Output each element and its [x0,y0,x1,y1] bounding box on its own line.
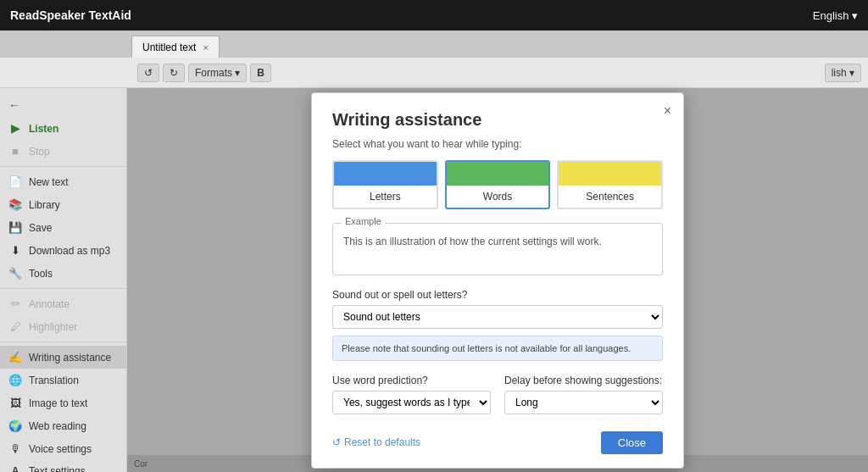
sidebar: ← ▶ Listen ■ Stop 📄 New text 📚 Library 💾… [0,88,127,472]
sentences-bar [559,162,661,186]
sidebar-label-voice-settings: Voice settings [29,443,92,455]
prediction-select[interactable]: Yes, suggest words as I type No [332,391,491,414]
sidebar-item-annotate: ✏ Annotate [0,292,126,315]
sidebar-item-library[interactable]: 📚 Library [0,193,126,216]
toolbar: ↺ ↻ Formats ▾ B lish ▾ [0,58,868,88]
sidebar-item-listen[interactable]: ▶ Listen [0,117,126,140]
option-card-sentences[interactable]: Sentences [557,160,663,209]
undo-button[interactable]: ↺ [137,64,159,82]
main-layout: ← ▶ Listen ■ Stop 📄 New text 📚 Library 💾… [0,88,868,472]
sidebar-label-library: Library [29,199,60,211]
sidebar-label-tools: Tools [29,268,53,280]
sidebar-item-image-to-text[interactable]: 🖼 Image to text [0,391,126,414]
modal-close-button[interactable]: × [664,103,671,119]
words-bar [447,162,549,186]
sidebar-label-save: Save [29,222,52,234]
modal-subtitle: Select what you want to hear while typin… [332,138,663,150]
tab-label: Untitled text [142,42,196,53]
redo-button[interactable]: ↻ [163,64,185,82]
sidebar-label-image-to-text: Image to text [29,397,87,409]
sidebar-divider-3 [0,342,126,342]
form-row-prediction: Use word prediction? Yes, suggest words … [332,375,663,414]
language-selector[interactable]: English ▾ [813,9,858,22]
example-text: This is an illustration of how the curre… [333,224,662,275]
sidebar-divider-1 [0,166,126,167]
form-col-delay: Delay before showing suggestions: Short … [504,375,663,414]
info-box: Please note that sounding out letters is… [332,336,663,361]
sidebar-item-text-settings[interactable]: A Text settings [0,460,126,472]
sidebar-label-highlighter: Highlighter [29,321,77,333]
sidebar-label-listen: Listen [29,123,58,135]
new-text-icon: 📄 [8,175,22,188]
text-settings-icon: A [8,465,22,472]
letters-bar [334,162,437,186]
reset-icon: ↺ [332,436,341,448]
sidebar-label-web-reading: Web reading [29,420,86,432]
sentences-label: Sentences [559,186,661,208]
top-bar: ReadSpeaker TextAid English ▾ [0,0,868,31]
image-to-text-icon: 🖼 [8,397,22,409]
sidebar-label-translation: Translation [29,375,79,386]
sidebar-item-voice-settings[interactable]: 🎙 Voice settings [0,437,126,460]
sidebar-item-save[interactable]: 💾 Save [0,216,126,239]
sidebar-label-download: Download as mp3 [29,245,110,257]
sidebar-item-translation[interactable]: 🌐 Translation [0,369,126,391]
tools-icon: 🔧 [8,267,22,280]
sidebar-label-text-settings: Text settings [29,465,86,472]
example-box: Example This is an illustration of how t… [332,223,663,275]
option-card-letters[interactable]: Letters [332,160,438,209]
modal-footer: ↺ Reset to defaults Close [332,428,663,454]
web-reading-icon: 🌍 [8,419,22,432]
sidebar-item-writing[interactable]: ✍ Writing assistance [0,346,126,369]
example-legend: Example [342,216,385,226]
reset-label: Reset to defaults [344,436,420,448]
language-button[interactable]: lish ▾ [825,64,861,82]
sidebar-label-stop: Stop [29,146,50,158]
formats-button[interactable]: Formats ▾ [188,64,247,82]
words-label: Words [447,186,549,208]
sidebar-label-writing: Writing assistance [29,352,111,364]
reset-button[interactable]: ↺ Reset to defaults [332,436,420,448]
delay-label: Delay before showing suggestions: [504,375,663,386]
tab-close-icon[interactable]: × [203,42,208,53]
bold-button[interactable]: B [250,64,271,82]
sidebar-item-highlighter: 🖊 Highlighter [0,315,126,338]
option-card-words[interactable]: Words [445,160,551,209]
highlighter-icon: 🖊 [8,320,22,333]
form-col-prediction: Use word prediction? Yes, suggest words … [332,375,491,414]
letters-label: Letters [334,186,437,208]
sound-label: Sound out or spell out letters? [332,289,663,301]
content-area: × Writing assistance Select what you wan… [127,88,868,472]
tab-untitled[interactable]: Untitled text × [131,36,220,58]
annotate-icon: ✏ [8,297,22,310]
modal-overlay: × Writing assistance Select what you wan… [127,88,868,472]
option-cards: Letters Words Sentences [332,160,663,209]
sidebar-label-new-text: New text [29,176,69,188]
library-icon: 📚 [8,198,22,211]
save-icon: 💾 [8,221,22,234]
prediction-label: Use word prediction? [332,375,491,386]
sidebar-item-new-text[interactable]: 📄 New text [0,170,126,193]
translation-icon: 🌐 [8,374,22,386]
modal-title: Writing assistance [332,110,663,130]
close-button[interactable]: Close [601,431,663,454]
writing-assistance-modal: × Writing assistance Select what you wan… [311,92,684,469]
back-arrow[interactable]: ← [0,93,126,117]
voice-settings-icon: 🎙 [8,442,22,455]
writing-icon: ✍ [8,351,22,364]
delay-select[interactable]: Short Medium Long [504,391,663,414]
stop-icon: ■ [8,145,22,158]
sidebar-item-web-reading[interactable]: 🌍 Web reading [0,414,126,437]
sidebar-label-annotate: Annotate [29,298,70,310]
sidebar-item-tools[interactable]: 🔧 Tools [0,262,126,285]
sound-select[interactable]: Sound out letters Spell out letters [332,305,663,329]
sidebar-divider-2 [0,288,126,289]
sidebar-item-stop: ■ Stop [0,140,126,163]
listen-icon: ▶ [8,122,22,135]
tab-bar: Untitled text × [0,31,868,58]
sidebar-item-download[interactable]: ⬇ Download as mp3 [0,239,126,262]
app-title: ReadSpeaker TextAid [10,8,131,22]
download-icon: ⬇ [8,244,22,257]
